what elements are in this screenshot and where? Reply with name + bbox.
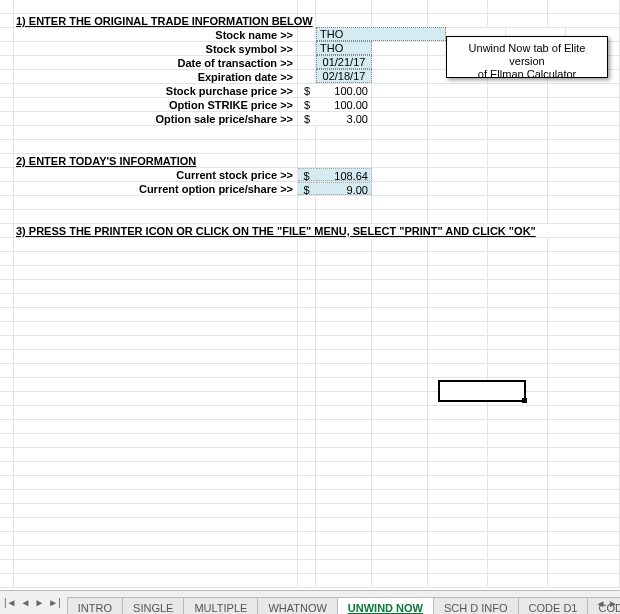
stock-purchase-price-label: Stock purchase price >> xyxy=(14,84,298,97)
option-sale-price-label: Option sale price/share >> xyxy=(14,112,298,125)
current-option-price-label: Current option price/share >> xyxy=(14,182,298,195)
section3-title: 3) PRESS THE PRINTER ICON OR CLICK ON TH… xyxy=(14,224,620,237)
tab-unwind-now[interactable]: UNWIND NOW xyxy=(337,597,434,614)
scroll-right-icon[interactable]: ◄ ► xyxy=(595,597,618,608)
tab-whatnow[interactable]: WHATNOW xyxy=(257,597,337,614)
stock-purchase-price-input[interactable]: 100.00 xyxy=(316,84,372,97)
currency-symbol: $ xyxy=(298,168,316,181)
spreadsheet-area[interactable]: 1) ENTER THE ORIGINAL TRADE INFORMATION … xyxy=(0,0,620,590)
stock-name-input[interactable]: THO xyxy=(316,27,446,41)
expiration-date-input[interactable]: 02/18/17 xyxy=(316,69,372,83)
active-cell-cursor[interactable] xyxy=(438,380,526,402)
section2-title: 2) ENTER TODAY'S INFORMATION xyxy=(14,154,298,167)
tab-single[interactable]: SINGLE xyxy=(122,597,184,614)
annotation-callout: Unwind Now tab of Elite version of Ellma… xyxy=(446,36,608,78)
current-option-price-input[interactable]: 9.00 xyxy=(316,182,372,195)
currency-symbol: $ xyxy=(298,182,316,195)
tab-code-d1[interactable]: CODE D1 xyxy=(518,597,589,614)
currency-symbol: $ xyxy=(298,112,316,125)
stock-symbol-input[interactable]: THO xyxy=(316,41,372,55)
sheet-tab-bar: |◄ ◄ ► ►| INTROSINGLEMULTIPLEWHATNOWUNWI… xyxy=(0,590,620,614)
option-sale-price-input[interactable]: 3.00 xyxy=(316,112,372,125)
current-stock-price-label: Current stock price >> xyxy=(14,168,298,181)
tab-nav-first-icon[interactable]: |◄ xyxy=(4,597,17,608)
date-transaction-input[interactable]: 01/21/17 xyxy=(316,55,372,69)
currency-symbol: $ xyxy=(298,84,316,97)
tab-nav-prev-icon[interactable]: ◄ xyxy=(21,597,31,608)
stock-name-label: Stock name >> xyxy=(14,28,298,41)
tab-intro[interactable]: INTRO xyxy=(67,597,123,614)
expiration-date-label: Expiration date >> xyxy=(14,70,298,83)
currency-symbol: $ xyxy=(298,98,316,111)
option-strike-price-label: Option STRIKE price >> xyxy=(14,98,298,111)
section1-title: 1) ENTER THE ORIGINAL TRADE INFORMATION … xyxy=(14,14,298,27)
callout-line2: of Ellman Calculator xyxy=(451,68,603,81)
callout-line1: Unwind Now tab of Elite version xyxy=(451,42,603,68)
tab-nav-next-icon[interactable]: ► xyxy=(34,597,44,608)
option-strike-price-input[interactable]: 100.00 xyxy=(316,98,372,111)
date-transaction-label: Date of transaction >> xyxy=(14,56,298,69)
tab-sch-d-info[interactable]: SCH D INFO xyxy=(433,597,519,614)
stock-symbol-label: Stock symbol >> xyxy=(14,42,298,55)
tab-multiple[interactable]: MULTIPLE xyxy=(183,597,258,614)
current-stock-price-input[interactable]: 108.64 xyxy=(316,168,372,181)
tab-nav-last-icon[interactable]: ►| xyxy=(48,597,61,608)
